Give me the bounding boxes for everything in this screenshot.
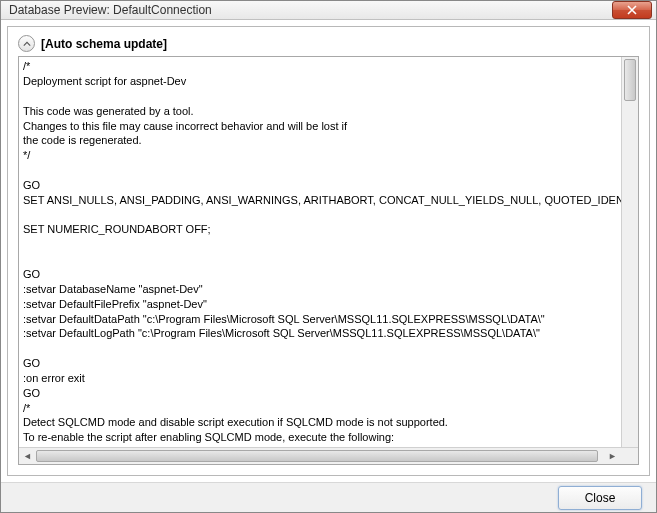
horizontal-scrollbar-thumb[interactable]	[36, 450, 598, 462]
dialog-footer: Close	[1, 482, 656, 512]
section-title: [Auto schema update]	[41, 37, 167, 51]
close-icon	[627, 5, 637, 15]
dialog-body: [Auto schema update] /* Deployment scrip…	[7, 26, 650, 476]
horizontal-scrollbar[interactable]: ◄ ►	[19, 447, 638, 464]
vertical-scrollbar[interactable]	[621, 57, 638, 447]
horizontal-scrollbar-track[interactable]	[36, 448, 621, 464]
window-title: Database Preview: DefaultConnection	[9, 3, 212, 17]
section-header: [Auto schema update]	[18, 35, 639, 52]
titlebar: Database Preview: DefaultConnection	[1, 1, 656, 20]
scroll-right-arrow[interactable]: ►	[604, 448, 621, 465]
chevron-up-icon	[23, 40, 31, 48]
window-close-button[interactable]	[612, 1, 652, 19]
collapse-toggle[interactable]	[18, 35, 35, 52]
vertical-scrollbar-thumb[interactable]	[624, 59, 636, 101]
script-panel: /* Deployment script for aspnet-Dev This…	[18, 56, 639, 465]
scroll-left-arrow[interactable]: ◄	[19, 448, 36, 465]
script-text[interactable]: /* Deployment script for aspnet-Dev This…	[19, 57, 638, 447]
close-button[interactable]: Close	[558, 486, 642, 510]
